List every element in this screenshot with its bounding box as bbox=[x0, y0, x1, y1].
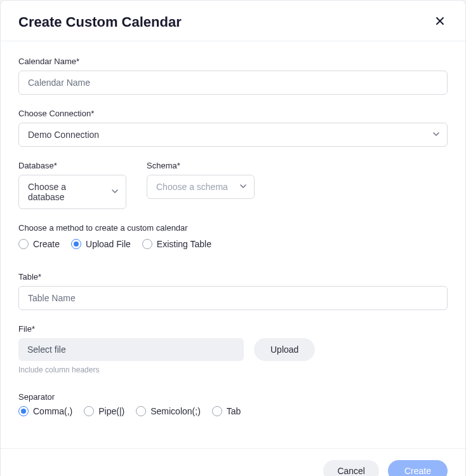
radio-icon bbox=[18, 239, 29, 249]
modal-body: Calendar Name* Choose Connection* Demo C… bbox=[1, 41, 465, 448]
database-select[interactable]: Choose a database bbox=[18, 175, 126, 209]
calendar-name-field: Calendar Name* bbox=[18, 57, 448, 95]
method-label: Choose a method to create a custom calen… bbox=[18, 223, 448, 233]
create-calendar-modal: Create Custom Calendar Calendar Name* Ch… bbox=[0, 0, 466, 476]
method-radio-group: Create Upload File Existing Table bbox=[18, 239, 448, 249]
method-radio-create[interactable]: Create bbox=[18, 239, 60, 249]
radio-icon-selected bbox=[18, 406, 29, 416]
upload-button[interactable]: Upload bbox=[254, 338, 315, 361]
separator-radio-label: Tab bbox=[227, 406, 241, 416]
separator-radio-comma[interactable]: Comma(,) bbox=[18, 406, 72, 416]
database-label: Database* bbox=[18, 161, 126, 170]
file-placeholder: Select file bbox=[27, 344, 66, 355]
create-button[interactable]: Create bbox=[388, 460, 448, 476]
separator-radio-tab[interactable]: Tab bbox=[212, 406, 241, 416]
create-button-label: Create bbox=[404, 466, 431, 476]
modal-title: Create Custom Calendar bbox=[18, 14, 182, 31]
method-radio-existing[interactable]: Existing Table bbox=[142, 239, 211, 249]
radio-icon bbox=[142, 239, 152, 249]
cancel-button[interactable]: Cancel bbox=[323, 460, 379, 476]
calendar-name-input[interactable] bbox=[18, 71, 448, 95]
schema-select[interactable]: Choose a schema bbox=[147, 175, 255, 199]
database-value: Choose a database bbox=[28, 182, 66, 202]
file-select[interactable]: Select file bbox=[18, 338, 244, 361]
schema-label: Schema* bbox=[147, 161, 255, 170]
method-radio-label: Existing Table bbox=[157, 239, 211, 249]
upload-button-label: Upload bbox=[270, 344, 298, 355]
db-schema-row: Database* Choose a database Schema* bbox=[18, 161, 448, 209]
table-input[interactable] bbox=[18, 286, 448, 310]
modal-footer: Cancel Create bbox=[1, 448, 465, 476]
connection-field: Choose Connection* Demo Connection bbox=[18, 109, 448, 147]
file-helper-text: Include column headers bbox=[18, 365, 448, 374]
file-label: File* bbox=[18, 324, 448, 334]
separator-radio-label: Pipe(|) bbox=[98, 406, 124, 416]
close-button[interactable] bbox=[432, 13, 448, 31]
modal-header: Create Custom Calendar bbox=[1, 1, 465, 41]
separator-label: Separator bbox=[18, 392, 448, 402]
separator-radio-semicolon[interactable]: Semicolon(;) bbox=[136, 406, 201, 416]
radio-icon bbox=[84, 406, 94, 416]
connection-select[interactable]: Demo Connection bbox=[18, 123, 448, 147]
cancel-button-label: Cancel bbox=[337, 466, 365, 476]
separator-field: Separator Comma(,) Pipe(|) Semicolon(;) … bbox=[18, 392, 448, 416]
method-radio-label: Upload File bbox=[86, 239, 131, 249]
separator-radio-pipe[interactable]: Pipe(|) bbox=[84, 406, 124, 416]
connection-label: Choose Connection* bbox=[18, 109, 448, 118]
connection-value: Demo Connection bbox=[28, 130, 99, 140]
schema-placeholder: Choose a schema bbox=[156, 182, 228, 192]
separator-radio-group: Comma(,) Pipe(|) Semicolon(;) Tab bbox=[18, 406, 448, 416]
method-radio-label: Create bbox=[33, 239, 60, 249]
separator-radio-label: Comma(,) bbox=[33, 406, 72, 416]
close-icon bbox=[435, 16, 445, 28]
method-radio-upload[interactable]: Upload File bbox=[71, 239, 131, 249]
method-field: Choose a method to create a custom calen… bbox=[18, 223, 448, 249]
file-field: File* Select file Upload Include column … bbox=[18, 324, 448, 374]
radio-icon bbox=[212, 406, 222, 416]
table-label: Table* bbox=[18, 272, 448, 282]
radio-icon bbox=[136, 406, 146, 416]
calendar-name-label: Calendar Name* bbox=[18, 57, 448, 66]
table-field: Table* bbox=[18, 272, 448, 310]
radio-icon-selected bbox=[71, 239, 81, 249]
separator-radio-label: Semicolon(;) bbox=[150, 406, 201, 416]
